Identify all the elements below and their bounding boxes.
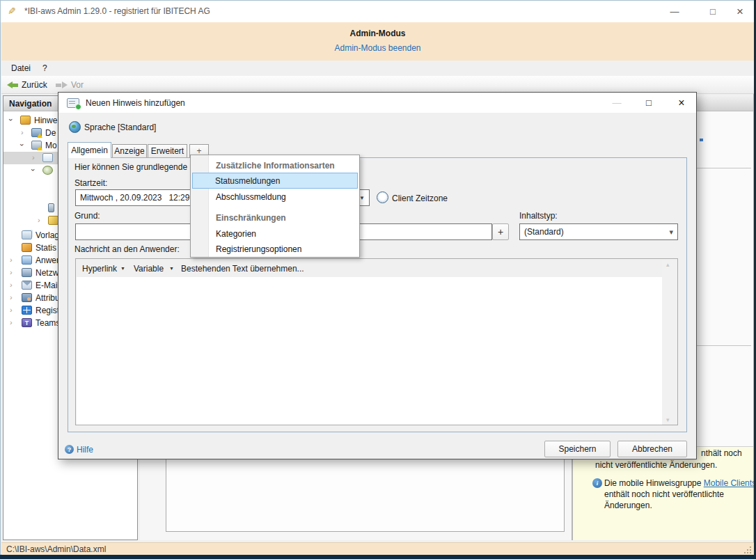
attribute-icon [22,293,32,302]
save-button[interactable]: Speichern [544,441,611,457]
chevron-right-icon[interactable]: › [10,255,13,264]
chevron-down-icon[interactable]: ▼ [169,266,174,271]
chevron-down-icon[interactable]: ▾ [669,228,673,237]
status-path: C:\IBI-aws\Admin\Data.xml [6,544,106,554]
notification2-prefix: Die mobile Hinweisgruppe [604,478,704,488]
sidebar-item-label: Statis [36,243,56,253]
startzeit-value: Mittwoch , 20.09.2023 12:29 [80,193,189,203]
screen-edge-bottom [0,555,756,559]
chevron-down-icon[interactable]: › [7,118,15,121]
menu-item-kategorien[interactable]: Kategorien [216,229,256,239]
admin-mode-exit-link[interactable]: Admin-Modus beenden [1,43,754,53]
maximize-button[interactable]: □ [699,1,727,22]
navigation-header-label: Navigation [9,99,52,109]
chevron-right-icon[interactable]: › [10,318,13,326]
menu-help[interactable]: ? [42,63,47,73]
notification1-fragment-line1: nthält noch [701,448,742,458]
scroll-up-icon[interactable]: ▴ [666,261,670,268]
info-icon: i [592,478,602,488]
language-label: Sprache [Standard] [84,123,156,132]
minimize-button[interactable]: — [661,1,688,22]
menu-header-einschraenkungen: Einschränkungen [216,213,286,223]
notification-panel: nthält noch nicht veröffentlichte Änderu… [572,446,753,540]
vorlagen-icon [22,230,32,239]
chevron-right-icon[interactable]: › [10,281,13,289]
sidebar-item-label: Attribu [36,293,60,303]
tab-erweitert[interactable]: Erweitert [148,144,187,157]
startzeit-label: Startzeit: [74,178,107,188]
cancel-button[interactable]: Abbrechen [617,441,687,457]
title-bar: ✎ *IBI-aws Admin 1.29.0 - registriert fü… [1,1,755,22]
menu-item-registrierungsoptionen[interactable]: Registrierungsoptionen [216,244,301,255]
chevron-right-icon[interactable]: › [10,293,13,301]
grund-label: Grund: [74,211,100,221]
inhaltstyp-label: Inhaltstyp: [519,211,558,221]
back-button[interactable]: Zurück [22,80,47,90]
combo-arrow-icon[interactable]: ▼ [359,195,365,201]
clock-icon [42,166,53,175]
inhaltstyp-value: (Standard) [524,227,564,237]
client-timezone-icon [377,191,388,203]
dialog-close-button[interactable]: × [671,93,692,113]
chevron-right-icon[interactable]: › [32,153,35,162]
grund-add-button[interactable]: + [492,223,509,240]
notification1-fragment-line2: nicht veröffentlichte Änderungen. [595,460,717,470]
email-icon [22,281,32,290]
sidebar-item-label: Regist [36,306,59,315]
menu-item-statusmeldungen[interactable]: Statusmeldungen [192,173,358,189]
window-title: *IBI-aws Admin 1.29.0 - registriert für … [24,6,210,16]
menu-item-label: Statusmeldungen [215,176,280,186]
app-icon: ✎ [8,6,16,16]
resize-grip[interactable] [743,546,751,553]
menu-bar: Datei ? [1,61,754,76]
dialog-title: Neuen Hinweis hinzufügen [86,98,185,108]
dialog-title-bar: Neuen Hinweis hinzufügen — □ × [58,93,696,113]
sidebar-item-label: Hinwe [34,116,57,125]
tab-allgemein[interactable]: Allgemein [68,142,111,158]
chevron-right-icon[interactable]: › [10,306,13,314]
help-icon: ? [65,445,74,454]
hinweis-bubble-icon [42,153,53,162]
notification2-line3: Änderungen. [604,501,652,510]
chevron-down-icon[interactable]: › [29,168,38,171]
editor-uebernehmen-button[interactable]: Bestehenden Text übernehmen... [181,264,304,274]
tag-icon [48,216,58,225]
chevron-down-icon[interactable]: › [18,143,26,146]
close-button[interactable]: × [726,1,754,22]
menu-datei[interactable]: Datei [11,63,31,73]
chevron-down-icon[interactable]: ▼ [120,266,125,271]
dialog-minimize-button[interactable]: — [606,93,627,113]
sidebar-item-label: Teams [36,318,60,328]
anwendungen-icon [22,255,32,265]
message-textarea[interactable] [77,277,662,425]
editor-scrollbar[interactable]: ▴ ▾ [662,260,677,425]
dialog-maximize-button[interactable]: □ [638,93,659,113]
mobile-clients-link[interactable]: Mobile Clients [704,478,756,488]
menu-item-abschlussmeldung[interactable]: Abschlussmeldung [216,192,286,203]
scroll-down-icon[interactable]: ▾ [666,416,670,423]
chevron-right-icon[interactable]: › [10,268,13,276]
message-editor: Hyperlink ▼ Variable ▼ Bestehenden Text … [75,258,678,425]
sidebar-item-label: Mo [45,141,57,150]
phone-icon [48,203,54,212]
netzwerk-icon [22,268,32,277]
editor-hyperlink-button[interactable]: Hyperlink [82,264,117,274]
hinweise-icon [20,116,31,125]
tab-anzeige[interactable]: Anzeige [112,144,147,157]
client-timezone-label: Client Zeitzone [392,194,448,203]
help-link[interactable]: Hilfe [77,445,93,455]
admin-mode-title: Admin-Modus [1,29,754,38]
intro-text: Hier können Sie grundlegende Ei [74,162,197,172]
menu-gutter [191,155,209,257]
chevron-right-icon[interactable]: › [21,128,24,136]
forward-button[interactable]: Vor [71,80,84,90]
status-bar: C:\IBI-aws\Admin\Data.xml [1,542,754,556]
admin-mode-banner: Admin-Modus Admin-Modus beenden [1,22,754,61]
chevron-right-icon[interactable]: › [38,216,40,224]
inhaltstyp-select[interactable]: (Standard) ▾ [519,223,678,240]
registrierung-icon [22,306,32,315]
sidebar-item-label: Vorlag [36,230,59,240]
editor-variable-button[interactable]: Variable [134,264,164,274]
desktop-warning-icon [31,128,42,137]
mobile-warning-icon [31,141,42,150]
